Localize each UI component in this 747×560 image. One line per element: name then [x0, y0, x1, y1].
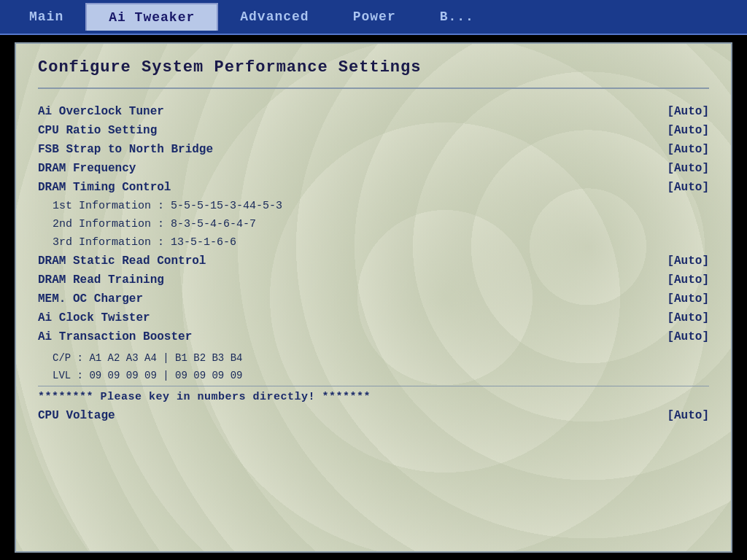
- setting-label-8: DRAM Static Read Control: [38, 254, 636, 268]
- transaction-info-2: LVL : 09 09 09 09 | 09 09 09 09: [38, 370, 709, 381]
- setting-label-9: DRAM Read Training: [38, 273, 636, 287]
- setting-value-12: [Auto]: [636, 330, 709, 343]
- setting-value-3: [Auto]: [636, 162, 709, 175]
- nav-item-advanced[interactable]: Advanced: [218, 4, 330, 30]
- setting-label-10: MEM. OC Charger: [38, 292, 636, 306]
- setting-row-8[interactable]: DRAM Static Read Control[Auto]: [38, 252, 709, 271]
- setting-value-8: [Auto]: [636, 254, 709, 268]
- setting-row-12[interactable]: Ai Transaction Booster[Auto]: [38, 327, 709, 346]
- notice-text: ******** Please key in numbers directly!…: [38, 386, 709, 403]
- nav-item-ai-tweaker[interactable]: Ai Tweaker: [85, 3, 218, 31]
- setting-label-6: 2nd Information : 8-3-5-4-6-4-7: [53, 218, 709, 230]
- setting-row-11[interactable]: Ai Clock Twister[Auto]: [38, 308, 709, 327]
- top-nav: MainAi TweakerAdvancedPowerB...: [0, 0, 747, 35]
- setting-row-3[interactable]: DRAM Frequency[Auto]: [38, 159, 709, 178]
- cpu-voltage-row[interactable]: CPU Voltage [Auto]: [38, 406, 709, 425]
- setting-row-10[interactable]: MEM. OC Charger[Auto]: [38, 289, 709, 308]
- divider: [38, 88, 709, 89]
- setting-label-5: 1st Information : 5-5-5-15-3-44-5-3: [53, 200, 709, 212]
- cpu-voltage-label: CPU Voltage: [38, 409, 636, 422]
- setting-row-5: 1st Information : 5-5-5-15-3-44-5-3: [38, 197, 709, 215]
- setting-label-7: 3rd Information : 13-5-1-6-6: [53, 236, 709, 249]
- settings-list: Ai Overclock Tuner[Auto]CPU Ratio Settin…: [38, 102, 709, 346]
- setting-value-4: [Auto]: [636, 181, 709, 194]
- setting-value-9: [Auto]: [636, 273, 709, 287]
- setting-label-3: DRAM Frequency: [38, 162, 636, 175]
- nav-item-main[interactable]: Main: [7, 4, 85, 30]
- setting-row-1[interactable]: CPU Ratio Setting[Auto]: [38, 121, 709, 140]
- nav-item-b...[interactable]: B...: [418, 4, 496, 30]
- setting-row-0[interactable]: Ai Overclock Tuner[Auto]: [38, 102, 709, 121]
- transaction-info-1: C/P : A1 A2 A3 A4 | B1 B2 B3 B4: [38, 352, 709, 364]
- page-title: Configure System Performance Settings: [38, 58, 709, 77]
- setting-label-4: DRAM Timing Control: [38, 181, 636, 194]
- setting-value-0: [Auto]: [636, 105, 709, 118]
- setting-value-10: [Auto]: [636, 292, 709, 306]
- setting-value-1: [Auto]: [636, 124, 709, 137]
- setting-row-9[interactable]: DRAM Read Training[Auto]: [38, 271, 709, 289]
- setting-label-1: CPU Ratio Setting: [38, 124, 636, 137]
- main-content: Configure System Performance Settings Ai…: [15, 42, 732, 553]
- setting-row-4[interactable]: DRAM Timing Control[Auto]: [38, 178, 709, 197]
- setting-label-2: FSB Strap to North Bridge: [38, 143, 636, 156]
- setting-label-11: Ai Clock Twister: [38, 311, 636, 324]
- setting-label-0: Ai Overclock Tuner: [38, 105, 636, 118]
- setting-row-2[interactable]: FSB Strap to North Bridge[Auto]: [38, 140, 709, 159]
- cpu-voltage-value: [Auto]: [636, 409, 709, 422]
- setting-row-7: 3rd Information : 13-5-1-6-6: [38, 233, 709, 252]
- setting-value-2: [Auto]: [636, 143, 709, 156]
- setting-label-12: Ai Transaction Booster: [38, 330, 636, 343]
- setting-row-6: 2nd Information : 8-3-5-4-6-4-7: [38, 215, 709, 233]
- nav-item-power[interactable]: Power: [331, 4, 418, 30]
- setting-value-11: [Auto]: [636, 311, 709, 324]
